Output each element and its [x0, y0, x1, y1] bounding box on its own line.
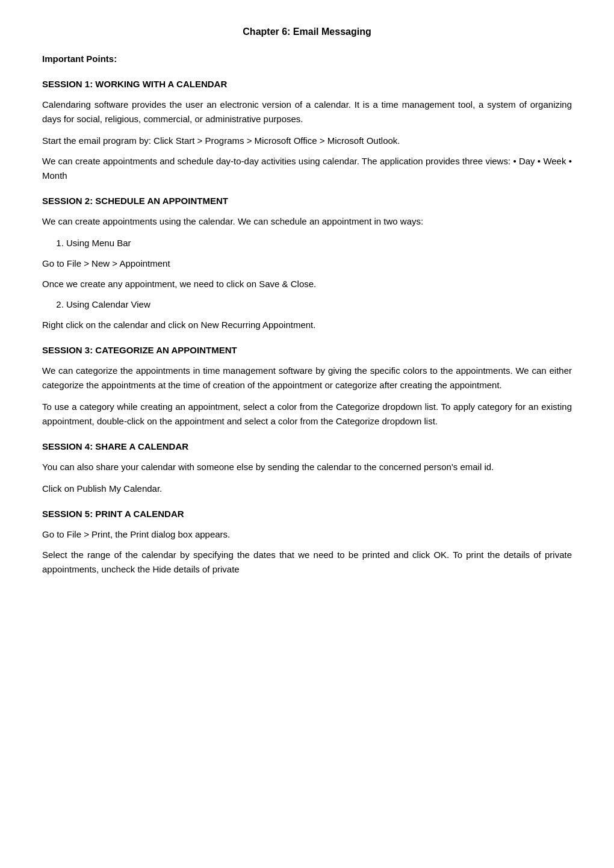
session-4-para-2: Click on Publish My Calendar.: [42, 482, 572, 496]
session-5-para-1: Go to File > Print, the Print dialog box…: [42, 527, 572, 542]
session-1-para-1: Calendaring software provides the user a…: [42, 98, 572, 126]
session-4-heading: SESSION 4: SHARE A CALENDAR: [42, 439, 572, 454]
session-2-para-1: We can create appointments using the cal…: [42, 214, 572, 229]
session-2-list: Using Menu Bar: [42, 236, 572, 250]
session-2-heading: SESSION 2: SCHEDULE AN APPOINTMENT: [42, 194, 572, 208]
session-1-para-2: Start the email program by: Click Start …: [42, 134, 572, 148]
session-3-para-2: To use a category while creating an appo…: [42, 400, 572, 429]
session-5-para-2: Select the range of the calendar by spec…: [42, 548, 572, 577]
session-1-para-3: We can create appointments and schedule …: [42, 154, 572, 183]
session-2-inline-1: Go to File > New > Appointment: [42, 256, 572, 271]
session-1-heading: SESSION 1: WORKING WITH A CALENDAR: [42, 77, 572, 91]
session-5-heading: SESSION 5: PRINT A CALENDAR: [42, 507, 572, 521]
session-3-heading: SESSION 3: CATEGORIZE AN APPOINTMENT: [42, 343, 572, 358]
session-4-para-1: You can also share your calendar with so…: [42, 460, 572, 474]
list-item-2: Using Calendar View: [66, 297, 572, 312]
important-points-label: Important Points:: [42, 52, 572, 66]
session-2-inline-3: Right click on the calendar and click on…: [42, 318, 572, 332]
session-2-list-2: Using Calendar View: [42, 297, 572, 312]
session-2-inline-2: Once we create any appointment, we need …: [42, 277, 572, 291]
list-item-1: Using Menu Bar: [66, 236, 572, 250]
page-title: Chapter 6: Email Messaging: [42, 24, 572, 40]
session-3-para-1: We can categorize the appointments in ti…: [42, 364, 572, 392]
